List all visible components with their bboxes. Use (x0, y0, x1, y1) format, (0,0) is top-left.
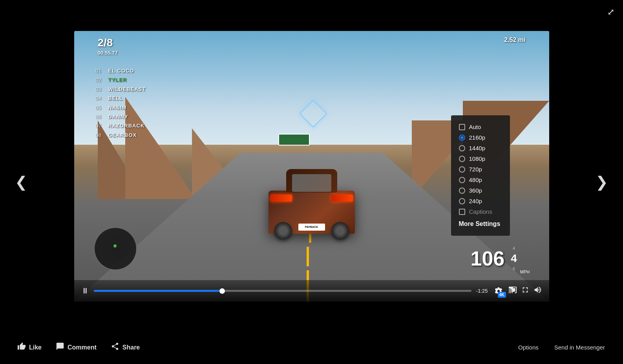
speed-unit: MPH (520, 269, 530, 274)
video-time-remaining: -1:25 (476, 288, 488, 294)
comment-button[interactable]: Comment (50, 339, 102, 356)
leaderboard-entry-7: 07 RAZORBACK (96, 121, 146, 130)
volume-button[interactable] (533, 286, 542, 296)
radio-240p[interactable] (459, 198, 465, 204)
captions-item[interactable]: Captions (459, 206, 502, 217)
gear-display: 4 4 6 (511, 246, 517, 271)
share-button[interactable]: Share (105, 339, 145, 356)
radio-1080p[interactable] (459, 156, 465, 162)
badge-4k: 4K (498, 292, 506, 298)
quality-2160p[interactable]: 2160p (459, 132, 502, 143)
road-sign (278, 134, 310, 146)
cast-button[interactable] (508, 286, 517, 296)
fullscreen-button[interactable] (521, 286, 530, 296)
right-buttons-group: Options Send in Messenger (512, 341, 611, 354)
position-count: 2/8 (98, 36, 113, 49)
player-car: PAYBACK (265, 191, 359, 261)
quality-auto[interactable]: Auto (459, 122, 502, 132)
leaderboard-entry-5: 05 NASIM (96, 103, 146, 112)
leaderboard: 01 EL COCO 02 TYLER 03 WILDEBEAST 04 BEL… (96, 66, 146, 140)
radio-720p[interactable] (459, 166, 465, 173)
radio-1440p[interactable] (459, 145, 465, 151)
label-480p: 480p (469, 177, 482, 183)
volume-icon (533, 286, 542, 294)
taillight-left (270, 195, 292, 202)
quality-720p[interactable]: 720p (459, 164, 502, 175)
progress-thumb (219, 288, 225, 294)
leaderboard-entry-6: 06 DANNY (96, 112, 146, 121)
more-settings-label: More Settings (459, 219, 501, 228)
label-2160p: 2160p (469, 134, 486, 141)
speedometer: 106 4 4 6 MPH (471, 239, 530, 278)
video-player: PAYBACK 2/8 00:55.77 01 EL COCO 02 TYLER… (74, 31, 549, 302)
label-1440p: 1440p (469, 145, 486, 151)
options-button[interactable]: Options (512, 341, 545, 354)
more-settings-item[interactable]: More Settings (459, 217, 502, 229)
minimap-inner (95, 228, 136, 269)
speed-value: 106 (471, 248, 505, 269)
like-icon (17, 342, 26, 353)
leaderboard-entry-1: 01 EL COCO (96, 66, 146, 75)
radio-480p[interactable] (459, 177, 465, 183)
prev-arrow-button[interactable]: ❮ (15, 173, 27, 191)
hud-distance: 2.52 mi (504, 36, 525, 44)
quality-360p[interactable]: 360p (459, 185, 502, 196)
comment-icon (56, 342, 64, 353)
car-wheel-right (331, 222, 349, 240)
car-taillights (269, 195, 355, 202)
expand-button[interactable]: ⤢ (607, 7, 614, 17)
comment-label: Comment (68, 344, 97, 351)
action-buttons-group: Like Comment Share (12, 339, 512, 356)
fullscreen-icon (521, 286, 530, 294)
leaderboard-entry-8: 08 GEARBOX (96, 131, 146, 140)
share-icon (111, 342, 119, 353)
next-arrow-button[interactable]: ❯ (596, 173, 608, 191)
minimap (94, 227, 137, 270)
quality-480p[interactable]: 480p (459, 175, 502, 185)
leaderboard-entry-2: 02 TYLER (96, 75, 146, 84)
label-360p: 360p (469, 187, 482, 194)
game-screenshot: PAYBACK 2/8 00:55.77 01 EL COCO 02 TYLER… (74, 31, 549, 302)
leaderboard-entry-3: 03 WILDEBEAST (96, 85, 146, 94)
car-body: PAYBACK (269, 191, 355, 234)
captions-checkbox[interactable] (459, 209, 465, 215)
captions-label: Captions (469, 208, 492, 215)
like-button[interactable]: Like (12, 339, 47, 356)
hud-position: 2/8 (98, 36, 113, 49)
gear-current: 4 (511, 252, 517, 265)
video-progress-bar[interactable] (94, 290, 471, 292)
progress-fill (94, 290, 222, 292)
label-240p: 240p (469, 198, 482, 204)
play-pause-button[interactable]: ⏸ (81, 286, 89, 295)
quality-menu: Auto 2160p 1440p 1080p 720p 480p (451, 115, 510, 236)
send-in-messenger-button[interactable]: Send in Messenger (548, 341, 611, 354)
settings-button[interactable]: 4K (493, 285, 504, 297)
like-label: Like (29, 344, 42, 351)
quality-240p[interactable]: 240p (459, 196, 502, 206)
video-controls-bar: ⏸ -1:25 4K (74, 280, 549, 302)
auto-label: Auto (469, 124, 481, 130)
settings-cluster: 4K (493, 285, 542, 297)
minimap-player-dot (113, 244, 117, 248)
gear-small-below: 6 (513, 266, 515, 271)
car-windshield (292, 174, 331, 192)
label-1080p: 1080p (469, 155, 486, 162)
leaderboard-entry-4: 04 BELL (96, 94, 146, 103)
radio-360p[interactable] (459, 187, 465, 194)
auto-checkbox[interactable] (459, 124, 465, 130)
radio-2160p[interactable] (459, 135, 465, 141)
hud-timer: 00:55.77 (98, 50, 118, 56)
label-720p: 720p (469, 166, 482, 173)
gear-small-above: 4 (513, 246, 515, 251)
cast-icon (508, 286, 517, 294)
share-label: Share (122, 344, 140, 351)
license-plate: PAYBACK (298, 224, 325, 231)
quality-1440p[interactable]: 1440p (459, 143, 502, 153)
quality-1080p[interactable]: 1080p (459, 153, 502, 164)
bottom-action-bar: Like Comment Share Options Send in Messe… (0, 331, 623, 364)
car-wheel-left (274, 222, 292, 240)
taillight-right (331, 195, 353, 202)
